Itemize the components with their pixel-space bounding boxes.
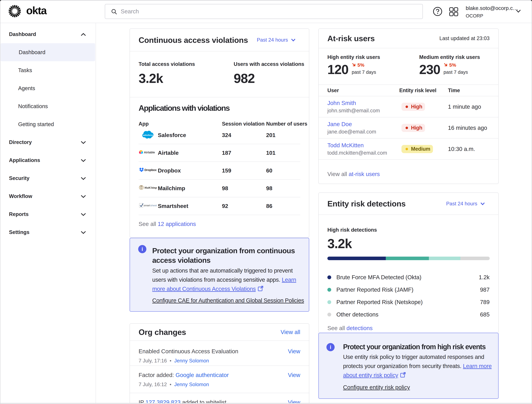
svg-text:smart: smart: [144, 204, 150, 207]
svg-text:salesforce: salesforce: [143, 134, 153, 136]
svg-text:Airtable: Airtable: [144, 151, 155, 154]
svg-text:MailChimp: MailChimp: [144, 186, 157, 189]
svg-text:Dropbox: Dropbox: [144, 168, 157, 172]
svg-text:sheet: sheet: [150, 204, 157, 207]
